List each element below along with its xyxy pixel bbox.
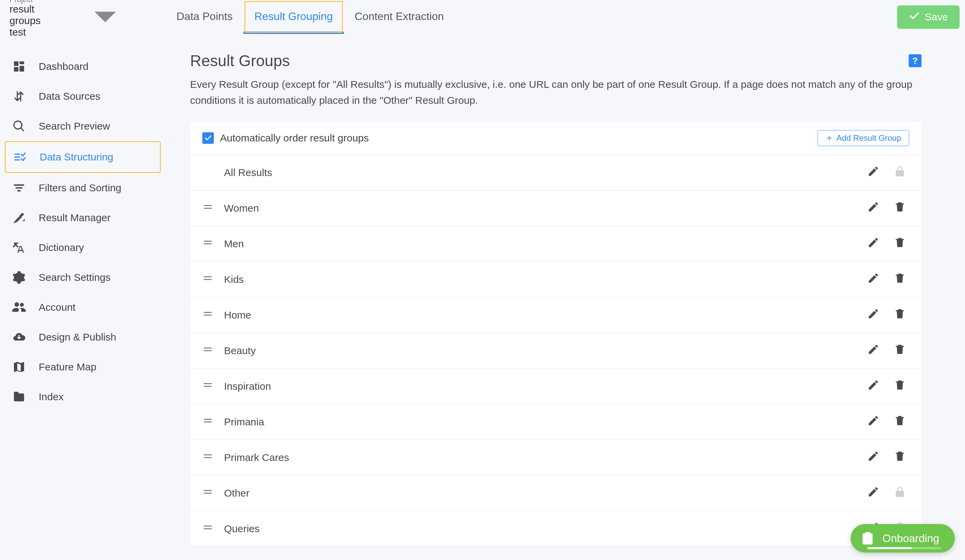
tab-data-points[interactable]: Data Points	[166, 0, 244, 34]
group-row: Kids	[190, 262, 922, 297]
group-name: Men	[224, 238, 867, 250]
main-content: Result Groups ? Every Result Group (exce…	[166, 34, 965, 560]
sidebar-item-label: Account	[39, 302, 75, 313]
sidebar-item-result-manager[interactable]: Result Manager	[5, 203, 161, 233]
data-structuring-icon	[13, 150, 27, 164]
feature-map-icon	[12, 360, 26, 374]
project-name: result groups test	[10, 3, 54, 38]
topbar: Project result groups test Data Points R…	[0, 0, 965, 34]
group-row: Home	[190, 297, 922, 333]
edit-button[interactable]	[867, 201, 880, 216]
drag-handle-icon[interactable]	[202, 415, 219, 428]
delete-button[interactable]	[894, 201, 906, 216]
sidebar-item-data-structuring[interactable]: Data Structuring	[5, 141, 161, 173]
result-manager-icon	[12, 211, 26, 225]
delete-button[interactable]	[894, 379, 906, 393]
group-name: Primania	[224, 416, 867, 428]
sidebar-item-feature-map[interactable]: Feature Map	[5, 352, 161, 382]
drag-handle-icon[interactable]	[202, 201, 219, 215]
group-name: Queries	[224, 523, 867, 535]
design-publish-icon	[12, 330, 26, 344]
sidebar-item-data-sources[interactable]: Data Sources	[5, 82, 161, 111]
group-name: Beauty	[224, 345, 867, 356]
delete-button[interactable]	[894, 343, 906, 358]
drag-handle-icon[interactable]	[202, 522, 219, 535]
search-settings-icon	[12, 271, 26, 284]
group-row: Other	[190, 475, 922, 511]
sidebar-item-label: Feature Map	[39, 361, 96, 373]
edit-button[interactable]	[867, 343, 880, 358]
group-row: Beauty	[190, 333, 922, 369]
group-name: Women	[224, 202, 867, 214]
card-header: Automatically order result groups Add Re…	[190, 122, 922, 155]
help-badge[interactable]: ?	[909, 54, 922, 67]
sidebar-item-label: Search Settings	[39, 272, 111, 283]
delete-button[interactable]	[894, 237, 906, 251]
tab-result-grouping[interactable]: Result Grouping	[244, 0, 343, 34]
sidebar-item-search-settings[interactable]: Search Settings	[5, 263, 161, 292]
group-name: Home	[224, 309, 867, 321]
tab-content-extraction[interactable]: Content Extraction	[344, 0, 455, 34]
drag-handle-icon[interactable]	[202, 273, 219, 286]
sidebar-item-label: Search Preview	[39, 121, 110, 132]
sidebar-item-dictionary[interactable]: Dictionary	[5, 233, 161, 263]
sidebar-item-label: Result Manager	[39, 212, 111, 224]
group-name: Inspiration	[224, 380, 867, 392]
add-result-group-button[interactable]: Add Result Group	[817, 130, 909, 146]
check-icon	[909, 10, 920, 24]
check-icon	[204, 134, 212, 142]
page-title: Result Groups	[190, 52, 290, 70]
page-description: Every Result Group (except for "All Resu…	[190, 77, 922, 108]
delete-button[interactable]	[894, 308, 906, 322]
add-result-group-label: Add Result Group	[836, 133, 901, 143]
sidebar-item-design-publish[interactable]: Design & Publish	[5, 322, 161, 352]
group-row: All Results	[190, 155, 922, 191]
sidebar-item-label: Data Sources	[39, 91, 100, 102]
group-name: Other	[224, 487, 867, 499]
drag-handle-icon[interactable]	[202, 451, 219, 464]
filters-sorting-icon	[12, 181, 26, 195]
drag-handle-icon[interactable]	[202, 487, 219, 500]
search-preview-icon	[12, 119, 26, 133]
group-row: Women	[190, 191, 922, 226]
group-name: All Results	[224, 167, 867, 178]
drag-handle-icon[interactable]	[202, 380, 219, 393]
sidebar-item-filters-sorting[interactable]: Filters and Sorting	[5, 173, 161, 203]
edit-button[interactable]	[867, 272, 880, 287]
delete-button[interactable]	[894, 450, 906, 465]
delete-button[interactable]	[894, 415, 906, 429]
account-icon	[12, 300, 26, 314]
sidebar-item-label: Index	[39, 391, 64, 403]
group-row: Primania	[190, 404, 922, 440]
drag-handle-icon[interactable]	[202, 344, 219, 357]
onboarding-progress-bar	[868, 547, 941, 549]
drag-handle-icon[interactable]	[202, 237, 219, 250]
edit-button[interactable]	[867, 486, 880, 500]
sidebar-item-index[interactable]: Index	[5, 382, 161, 412]
drag-handle-icon[interactable]	[202, 308, 219, 322]
dictionary-icon	[12, 241, 26, 255]
sidebar-item-label: Dictionary	[39, 242, 84, 253]
edit-button[interactable]	[867, 379, 880, 393]
lock-icon	[894, 486, 906, 500]
sidebar-item-label: Dashboard	[39, 61, 88, 72]
edit-button[interactable]	[867, 308, 880, 322]
sidebar-item-dashboard[interactable]: Dashboard	[5, 52, 161, 82]
sidebar-item-label: Design & Publish	[39, 331, 116, 343]
sidebar-item-label: Filters and Sorting	[39, 182, 121, 194]
project-label: Project	[10, 0, 54, 3]
edit-button[interactable]	[867, 415, 880, 429]
group-row: Primark Cares	[190, 440, 922, 475]
plus-icon	[826, 134, 833, 142]
sidebar: DashboardData SourcesSearch PreviewData …	[0, 34, 166, 560]
edit-button[interactable]	[867, 165, 880, 180]
auto-order-checkbox[interactable]	[202, 132, 214, 144]
save-button-label: Save	[925, 11, 948, 23]
onboarding-button[interactable]: Onboarding	[851, 524, 955, 553]
edit-button[interactable]	[867, 237, 880, 251]
delete-button[interactable]	[894, 272, 906, 287]
sidebar-item-account[interactable]: Account	[5, 292, 161, 322]
edit-button[interactable]	[867, 450, 880, 465]
save-button[interactable]: Save	[897, 5, 960, 29]
sidebar-item-search-preview[interactable]: Search Preview	[5, 111, 161, 141]
